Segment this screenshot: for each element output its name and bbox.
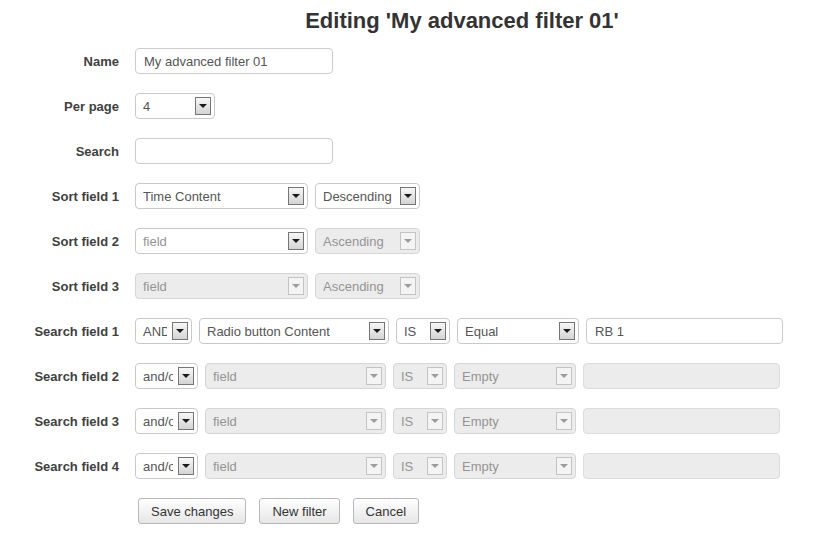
- page-title: Editing 'My advanced filter 01': [0, 8, 814, 34]
- search-condition-2-value: IS: [401, 369, 422, 384]
- dropdown-arrow-icon: [400, 232, 416, 250]
- search-condition-1-select[interactable]: IS: [396, 318, 450, 344]
- search-field-4-select: field: [205, 453, 386, 479]
- search-operator-1-value: Equal: [465, 324, 554, 339]
- dropdown-arrow-icon: [366, 367, 382, 385]
- dropdown-arrow-icon: [556, 412, 572, 430]
- dropdown-arrow-icon: [366, 457, 382, 475]
- dropdown-arrow-icon: [400, 277, 416, 295]
- search-field-3-value: field: [213, 414, 361, 429]
- dropdown-arrow-icon: [427, 457, 443, 475]
- search-logic-3-value: and/or: [143, 414, 173, 429]
- sort-direction-3-select: Ascending: [315, 273, 420, 299]
- search-logic-4-value: and/or: [143, 459, 173, 474]
- dropdown-arrow-icon: [366, 412, 382, 430]
- dropdown-arrow-icon: [178, 367, 194, 385]
- dropdown-arrow-icon: [427, 367, 443, 385]
- dropdown-arrow-icon: [178, 412, 194, 430]
- search-field-2-value: field: [213, 369, 361, 384]
- sort-field-3-label: Sort field 3: [0, 279, 119, 294]
- dropdown-arrow-icon: [559, 322, 575, 340]
- search-field-1-label: Search field 1: [0, 324, 119, 339]
- sort-field-3-value: field: [143, 279, 283, 294]
- dropdown-arrow-icon: [172, 322, 188, 340]
- search-field-3-select: field: [205, 408, 386, 434]
- new-filter-button[interactable]: New filter: [259, 498, 339, 524]
- search-input[interactable]: [135, 138, 333, 164]
- sort-field-1-row: Sort field 1 Time Content Descending: [0, 183, 814, 209]
- save-changes-button[interactable]: Save changes: [138, 498, 246, 524]
- search-logic-3-select[interactable]: and/or: [135, 408, 198, 434]
- search-operator-1-select[interactable]: Equal: [457, 318, 579, 344]
- search-field-3-row: Search field 3 and/or field IS Empty: [0, 408, 814, 434]
- search-operator-3-select: Empty: [454, 408, 576, 434]
- search-logic-2-value: and/or: [143, 369, 173, 384]
- search-logic-4-select[interactable]: and/or: [135, 453, 198, 479]
- sort-field-3-row: Sort field 3 field Ascending: [0, 273, 814, 299]
- dropdown-arrow-icon: [430, 322, 446, 340]
- dropdown-arrow-icon: [195, 97, 211, 115]
- name-row: Name: [0, 48, 814, 74]
- sort-field-2-select[interactable]: field: [135, 228, 308, 254]
- per-page-label: Per page: [0, 99, 119, 114]
- search-field-1-select[interactable]: Radio button Content: [199, 318, 389, 344]
- sort-field-2-label: Sort field 2: [0, 234, 119, 249]
- search-field-3-label: Search field 3: [0, 414, 119, 429]
- sort-field-2-row: Sort field 2 field Ascending: [0, 228, 814, 254]
- search-condition-1-value: IS: [404, 324, 425, 339]
- search-operator-2-value: Empty: [462, 369, 551, 384]
- search-logic-2-select[interactable]: and/or: [135, 363, 198, 389]
- search-field-4-row: Search field 4 and/or field IS Empty: [0, 453, 814, 479]
- sort-direction-1-value: Descending: [323, 189, 395, 204]
- search-field-2-select: field: [205, 363, 386, 389]
- dropdown-arrow-icon: [369, 322, 385, 340]
- per-page-select[interactable]: 4: [135, 93, 215, 119]
- cancel-button[interactable]: Cancel: [353, 498, 419, 524]
- dropdown-arrow-icon: [288, 277, 304, 295]
- search-operator-4-select: Empty: [454, 453, 576, 479]
- sort-direction-1-select[interactable]: Descending: [315, 183, 420, 209]
- name-label: Name: [0, 54, 119, 69]
- per-page-row: Per page 4: [0, 93, 814, 119]
- dropdown-arrow-icon: [178, 457, 194, 475]
- dropdown-arrow-icon: [288, 232, 304, 250]
- sort-direction-3-value: Ascending: [323, 279, 395, 294]
- search-field-2-label: Search field 2: [0, 369, 119, 384]
- search-field-1-value: Radio button Content: [207, 324, 364, 339]
- dropdown-arrow-icon: [400, 187, 416, 205]
- search-condition-3-select: IS: [393, 408, 447, 434]
- sort-field-1-select[interactable]: Time Content: [135, 183, 308, 209]
- search-condition-3-value: IS: [401, 414, 422, 429]
- search-value-3-input: [583, 408, 780, 434]
- dropdown-arrow-icon: [288, 187, 304, 205]
- search-operator-4-value: Empty: [462, 459, 551, 474]
- search-label: Search: [0, 144, 119, 159]
- search-condition-2-select: IS: [393, 363, 447, 389]
- sort-field-1-label: Sort field 1: [0, 189, 119, 204]
- search-value-2-input: [583, 363, 780, 389]
- search-field-4-label: Search field 4: [0, 459, 119, 474]
- search-condition-4-value: IS: [401, 459, 422, 474]
- button-bar: Save changes New filter Cancel: [138, 498, 814, 524]
- sort-direction-2-value: Ascending: [323, 234, 395, 249]
- search-field-1-row: Search field 1 AND Radio button Content …: [0, 318, 814, 344]
- dropdown-arrow-icon: [556, 457, 572, 475]
- search-field-4-value: field: [213, 459, 361, 474]
- search-logic-1-select[interactable]: AND: [135, 318, 192, 344]
- search-row: Search: [0, 138, 814, 164]
- search-operator-2-select: Empty: [454, 363, 576, 389]
- per-page-value: 4: [143, 99, 190, 114]
- search-operator-3-value: Empty: [462, 414, 551, 429]
- name-input[interactable]: [135, 48, 333, 74]
- search-condition-4-select: IS: [393, 453, 447, 479]
- dropdown-arrow-icon: [556, 367, 572, 385]
- sort-field-1-value: Time Content: [143, 189, 283, 204]
- search-logic-1-value: AND: [143, 324, 167, 339]
- search-value-4-input: [583, 453, 780, 479]
- dropdown-arrow-icon: [427, 412, 443, 430]
- search-value-1-input[interactable]: [586, 318, 783, 344]
- sort-direction-2-select: Ascending: [315, 228, 420, 254]
- search-field-2-row: Search field 2 and/or field IS Empty: [0, 363, 814, 389]
- sort-field-3-select: field: [135, 273, 308, 299]
- sort-field-2-value: field: [143, 234, 283, 249]
